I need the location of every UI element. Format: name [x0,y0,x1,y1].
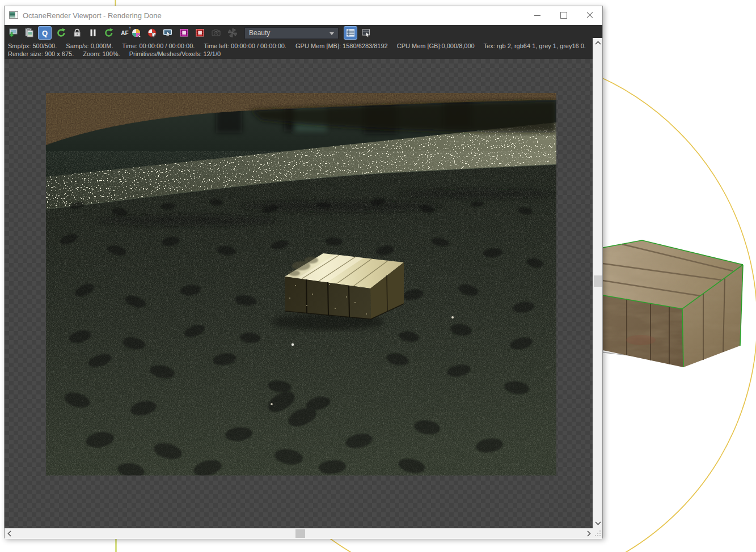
save-render-icon [8,28,18,38]
pause-render-button[interactable] [86,26,100,40]
pause-icon [88,28,98,38]
af-label: AF [121,30,128,36]
render-pass-value: Beauty [249,29,270,37]
app-icon [9,11,18,19]
render-pass-dropdown[interactable]: Beauty [244,27,339,39]
zoom-level: Zoom: 100%. [83,50,120,57]
texture-counts: Tex: rgb 2, rgb64 1, grey 1, grey16 0. [484,43,586,49]
status-line-2: Render size: 900 x 675. Zoom: 100%. Prim… [8,50,228,57]
region-picker-icon [163,28,173,38]
window-title: OctaneRender Viewport - Rendering Done [23,6,162,25]
horizontal-scroll-thumb[interactable] [295,529,305,538]
fan-blades-button[interactable] [226,26,239,40]
titlebar[interactable]: OctaneRender Viewport - Rendering Done [5,6,602,25]
camera-button[interactable] [209,26,223,40]
chevron-down-icon [595,521,601,525]
pick-render-pass-button[interactable] [360,26,373,40]
vertical-scroll-thumb[interactable] [594,275,602,287]
refresh-render-icon [104,28,114,38]
minimize-icon [534,15,540,16]
chevron-down-icon [330,32,334,35]
maximize-icon [560,12,567,19]
gpu-memory: GPU Mem [MB]: 1580/6283/8192 [295,43,388,49]
save-render-button[interactable] [6,26,20,40]
render-time: Time: 00:00:00 / 00:00:00. [122,43,195,49]
chevron-left-icon [7,530,11,537]
status-bar: Smp/px: 500/500. Samp/s: 0,000M. Time: 0… [5,41,594,59]
render-region-button[interactable] [193,26,207,40]
toolbar: Q AF ↑ [5,25,602,41]
scroll-down-button[interactable] [593,519,603,528]
render-region-icon [195,28,205,38]
horizontal-scrollbar[interactable] [5,528,594,538]
lock-image-button[interactable] [70,26,84,40]
primitive-counts: Primitives/Meshes/Voxels: 12/1/0 [129,50,221,57]
time-left: Time left: 00:00:00 / 00:00:00. [204,43,286,49]
white-balance-picker-button[interactable] [129,26,143,40]
focus-picker-button[interactable] [145,26,159,40]
copy-to-clipboard-icon [24,28,34,38]
render-passes-toggle-button[interactable] [344,26,357,40]
chevron-up-icon [595,41,601,45]
film-region-button[interactable] [178,26,191,40]
window-bottom-edge [5,538,602,539]
minimize-button[interactable] [525,6,550,24]
film-region-icon [179,28,189,38]
restart-render-icon [56,28,66,38]
white-balance-picker-icon [131,28,141,38]
cpu-memory: CPU Mem [GB]:0,000/8,000 [397,43,475,49]
render-priority-q-button[interactable]: Q [38,26,52,40]
samples-per-pixel: Smp/px: 500/500. [8,43,57,49]
chevron-right-icon [587,530,591,537]
scroll-left-button[interactable] [5,529,14,538]
pick-render-pass-icon [361,28,371,38]
rendered-image [46,93,556,475]
scroll-up-button[interactable] [593,38,603,48]
status-line-1: Smp/px: 500/500. Samp/s: 0,000M. Time: 0… [8,43,593,49]
q-label: Q [42,29,48,37]
render-size: Render size: 900 x 675. [8,50,74,57]
maximize-button[interactable] [551,6,576,24]
copy-to-clipboard-button[interactable] [22,26,36,40]
resize-grip-icon [593,528,602,538]
fan-blades-icon [227,28,238,38]
render-viewport-canvas[interactable] [5,59,594,528]
vertical-scrollbar[interactable] [593,38,602,528]
camera-icon [211,28,221,38]
render-passes-toggle-icon [345,28,356,38]
close-button[interactable] [577,6,602,24]
desktop-stage: OctaneRender Viewport - Rendering Done Q [0,0,756,552]
region-picker-button[interactable] [161,26,175,40]
close-icon [586,12,593,19]
samples-per-second: Samp/s: 0,000M. [66,43,113,49]
refresh-render-button[interactable] [102,26,116,40]
lock-icon [72,28,82,38]
resize-grip[interactable] [593,528,602,538]
host-crate-model [601,238,746,371]
octane-viewport-window: OctaneRender Viewport - Rendering Done Q [4,6,603,538]
restart-render-button[interactable] [54,26,68,40]
focus-picker-icon [147,28,157,38]
